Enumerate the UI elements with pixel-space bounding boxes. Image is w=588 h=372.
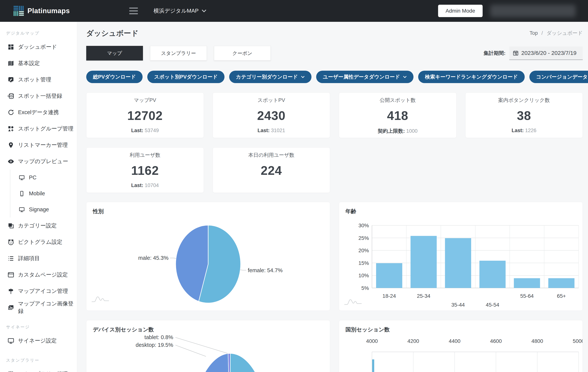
bar-18-24[interactable] (376, 263, 402, 288)
stat-card-subtext: Last: 31021 (258, 128, 285, 134)
layers-icon (8, 222, 14, 229)
bulk-register-icon (8, 93, 14, 99)
dashboard-icon (8, 44, 14, 50)
sidebar-item-label: マップのプレビュー (18, 158, 68, 165)
sidebar-item-スポット一括登録[interactable]: スポット一括登録 (0, 88, 77, 104)
stat-card-value: 38 (517, 108, 531, 123)
breadcrumb-home-link[interactable]: Top (530, 30, 538, 36)
sidebar-item-サイネージ設定[interactable]: サイネージ設定 (0, 332, 77, 349)
sidebar-item-リストマーカー管理[interactable]: リストマーカー管理 (0, 137, 77, 153)
map-icon (8, 60, 14, 67)
download-button-label: ユーザー属性データダウンロード (323, 74, 400, 80)
stat-card-マップPV: マップPV12702Last: 53749 (86, 93, 204, 138)
app-header: Platinumaps 横浜デジタルMAP Admin Mode (0, 0, 588, 22)
download-button-label: 総PVダウンロード (93, 74, 136, 80)
age-bar-chart: 5%10%15%20%25%30%18-2425-3435-4445-5455-… (339, 202, 583, 310)
x-axis-tick-label: 5000 (573, 338, 583, 344)
sidebar-nav: デジタルマップダッシュボード基本設定スポット管理スポット一括登録Excelデータ… (0, 31, 77, 372)
gender-pie-chart: female: 54.7%male: 45.3% (86, 202, 330, 310)
x-axis-tick-label: 4400 (449, 338, 461, 344)
y-axis-tick-label: 5% (361, 285, 369, 291)
sidebar-item-label: スポットグループ管理 (18, 125, 74, 133)
sidebar-section-label-1: サイネージ (6, 324, 77, 330)
pie-slice-desktop[interactable] (193, 354, 230, 372)
shapes-icon (8, 125, 14, 132)
amcharts-watermark-icon (344, 300, 362, 305)
sidebar-item-詳細項目[interactable]: 詳細項目 (0, 250, 77, 266)
bar-55-64[interactable] (514, 278, 540, 288)
stat-card-title: 本日の利用ユーザ数 (248, 152, 294, 159)
sidebar-item-スポットグループ管理[interactable]: スポットグループ管理 (0, 120, 77, 137)
calendar-search-icon (513, 50, 519, 56)
sidebar-item-カテゴリー設定[interactable]: カテゴリー設定 (0, 217, 77, 234)
sidebar-subnav: PCMobileSignage (10, 170, 77, 217)
x-axis-tick-label: 4800 (531, 338, 543, 344)
period-date-range-input[interactable]: 2023/6/20 - 2023/7/19 (509, 46, 583, 60)
y-axis-tick-label: 30% (358, 223, 369, 228)
bar-25-34[interactable] (410, 236, 437, 288)
download-button-スポット別PVダウンロード[interactable]: スポット別PVダウンロード (147, 71, 224, 83)
sidebar-item-label: スポット管理 (18, 76, 51, 84)
country-bar[interactable] (372, 359, 374, 372)
sidebar-item-label: マップアイコン画像登録 (18, 300, 77, 315)
sidebar-item-基本設定[interactable]: 基本設定 (0, 55, 77, 71)
sidebar-item-label: 詳細項目 (18, 255, 40, 262)
stat-card-公開スポット数: 公開スポット数418契約上限数: 1000 (339, 93, 456, 138)
bar-35-44[interactable] (445, 238, 471, 288)
download-button-ユーザー属性データダウンロード[interactable]: ユーザー属性データダウンロード (316, 71, 414, 83)
chevron-down-icon (403, 76, 407, 78)
sidebar-item-label: リストマーカー管理 (18, 141, 68, 149)
brand-logo[interactable]: Platinumaps (13, 5, 70, 16)
download-button-検索キーワードランキングダウンロード[interactable]: 検索キーワードランキングダウンロード (418, 71, 525, 83)
stat-card-title: スポットPV (258, 97, 285, 104)
sidebar-subitem-Signage[interactable]: Signage (10, 202, 77, 217)
sidebar-item-スタンプラリー管理[interactable]: スタンプラリー管理 (0, 366, 77, 372)
device-chart-card: デバイス別セッション数 desktop: 19.5%tablet: 0.8% (86, 320, 330, 372)
stat-card-title: 公開スポット数 (380, 97, 416, 104)
breadcrumb-current: ダッシュボード (546, 30, 583, 36)
tab-マップ[interactable]: マップ (86, 46, 143, 61)
bar-65+[interactable] (548, 278, 575, 288)
sidebar-item-label: カスタムページ設定 (18, 271, 68, 279)
download-button-カテゴリー別ダウンロード[interactable]: カテゴリー別ダウンロード (229, 71, 312, 83)
age-chart-title: 年齢 (346, 208, 356, 215)
sidebar: デジタルマップダッシュボード基本設定スポット管理スポット一括登録Excelデータ… (0, 22, 77, 372)
sidebar-item-ダッシュボード[interactable]: ダッシュボード (0, 39, 77, 55)
y-axis-tick-label: 25% (358, 235, 369, 241)
sidebar-item-label: スポット一括登録 (18, 92, 62, 100)
sidebar-subitem-Mobile[interactable]: Mobile (10, 186, 77, 202)
sidebar-item-マップアイコン画像登録[interactable]: マップアイコン画像登録 (0, 299, 77, 316)
sidebar-item-ピクトグラム設定[interactable]: ピクトグラム設定 (0, 234, 77, 250)
x-axis-tick-label: 65+ (557, 293, 566, 299)
sidebar-item-Excelデータ連携[interactable]: Excelデータ連携 (0, 104, 77, 120)
sidebar-item-label: 基本設定 (18, 60, 40, 67)
x-axis-tick-label: 18-24 (382, 293, 396, 299)
tab-スタンプラリー[interactable]: スタンプラリー (150, 46, 207, 61)
dashboard-tabs: マップスタンプラリークーポン (86, 46, 271, 61)
pin-icon (8, 142, 14, 149)
download-button-総PVダウンロード[interactable]: 総PVダウンロード (86, 71, 143, 83)
tab-クーポン[interactable]: クーポン (214, 46, 271, 61)
age-chart-card: 年齢 5%10%15%20%25%30%18-2425-3435-4445-54… (339, 202, 583, 311)
admin-mode-button[interactable]: Admin Mode (438, 5, 483, 17)
image-icon (8, 304, 14, 311)
sidebar-item-カスタムページ設定[interactable]: カスタムページ設定 (0, 266, 77, 283)
stat-cards-row2: 利用ユーザ数1162Last: 10704本日の利用ユーザ数224 (86, 147, 583, 193)
pie-label-female: female: 54.7% (248, 267, 283, 273)
sidebar-item-スポット管理[interactable]: スポット管理 (0, 71, 77, 88)
pie-slice-tablet[interactable] (228, 353, 230, 372)
gender-chart-title: 性別 (93, 208, 104, 215)
bar-45-54[interactable] (479, 261, 505, 288)
sidebar-subitem-PC[interactable]: PC (10, 170, 77, 186)
sidebar-item-マップのプレビュー[interactable]: マップのプレビュー (0, 153, 77, 170)
hamburger-menu-icon[interactable] (128, 5, 141, 17)
x-axis-tick-label: 25-34 (417, 293, 430, 299)
stamp-icon (8, 371, 14, 372)
sidebar-subitem-label: Signage (29, 206, 49, 213)
download-button-コンバージョンデータダウンロード[interactable]: コンバージョンデータダウンロード (529, 71, 588, 83)
user-account-blurred[interactable] (490, 5, 576, 17)
map-selector-dropdown[interactable]: 横浜デジタルMAP (154, 7, 207, 15)
sidebar-item-マップアイコン管理[interactable]: マップアイコン管理 (0, 283, 77, 299)
monitor-icon (19, 207, 25, 213)
y-axis-tick-label: 15% (358, 260, 369, 266)
